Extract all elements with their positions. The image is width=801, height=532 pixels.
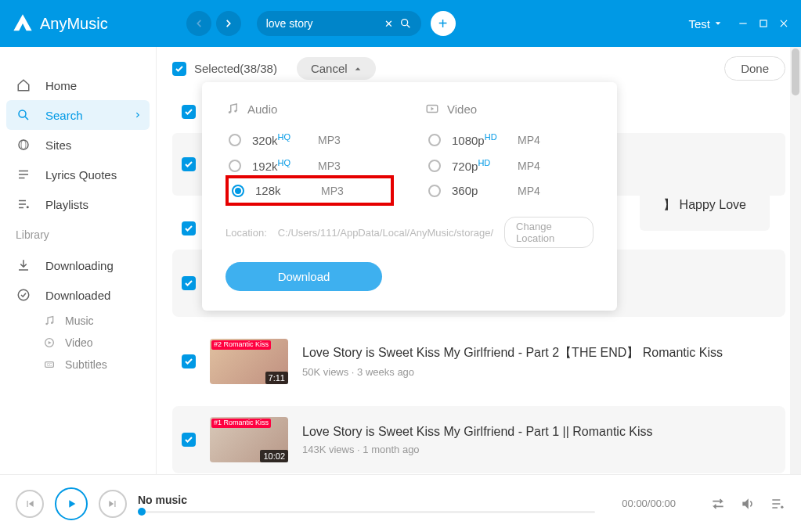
- sidebar-sub-video[interactable]: Video: [0, 332, 156, 354]
- download-button[interactable]: Download: [226, 262, 382, 291]
- radio-button[interactable]: [428, 160, 441, 172]
- video-option-1080p[interactable]: 1080pHD MP4: [425, 127, 594, 153]
- video-section-icon: [425, 102, 439, 116]
- sidebar-item-downloading[interactable]: Downloading: [0, 250, 156, 280]
- chevron-right-icon: [223, 18, 234, 29]
- sidebar-item-sites[interactable]: Sites: [0, 130, 156, 160]
- forward-button[interactable]: [216, 11, 241, 36]
- chevron-left-icon: [193, 18, 204, 29]
- video-option-360p[interactable]: 360p MP4: [425, 178, 594, 203]
- svg-point-10: [45, 323, 48, 325]
- video-section-header: Video: [425, 102, 594, 116]
- sidebar-sub-music[interactable]: Music: [0, 310, 156, 332]
- audio-section-header: Audio: [226, 102, 394, 116]
- play-button[interactable]: [55, 487, 88, 520]
- sidebar-item-search[interactable]: Search: [6, 100, 150, 130]
- player-bar: No music 00:00/00:00: [0, 474, 801, 532]
- radio-button[interactable]: [229, 160, 241, 172]
- clear-search-icon[interactable]: ✕: [384, 18, 393, 30]
- selected-count: Selected(38/38): [194, 62, 277, 75]
- title-bar: AnyMusic love story ✕ + Test: [0, 0, 801, 47]
- maximize-button[interactable]: [758, 18, 769, 29]
- music-icon: [43, 315, 56, 327]
- home-icon: [16, 78, 31, 92]
- done-button[interactable]: Done: [724, 56, 785, 81]
- item-checkbox[interactable]: [182, 221, 196, 235]
- radio-button[interactable]: [232, 185, 244, 197]
- test-dropdown[interactable]: Test: [688, 17, 722, 31]
- library-header: Library: [0, 219, 156, 250]
- chevron-up-icon: [354, 65, 362, 73]
- item-checkbox[interactable]: [182, 157, 196, 171]
- result-item[interactable]: #2 Romantic Kiss 7:11 Love Story is Swee…: [172, 328, 785, 395]
- result-title: Love Story is Sweet Kiss My Girlfriend -…: [302, 425, 776, 439]
- add-button[interactable]: +: [431, 11, 456, 36]
- radio-button[interactable]: [229, 134, 241, 146]
- sidebar: Home Search Sites Lyrics Quotes Playlist…: [0, 47, 157, 474]
- volume-icon[interactable]: [740, 496, 756, 512]
- player-time: 00:00/00:00: [622, 498, 676, 509]
- thumbnail: #1 Romantic Kiss 10:02: [210, 417, 288, 462]
- chevron-right-icon: [134, 111, 142, 119]
- video-option-720p[interactable]: 720pHD MP4: [425, 153, 594, 178]
- svg-point-11: [51, 322, 53, 324]
- chevron-down-icon: [714, 20, 722, 27]
- sidebar-item-lyrics[interactable]: Lyrics Quotes: [0, 160, 156, 189]
- location-path: C:/Users/111/AppData/Local/AnyMusic/stor…: [278, 227, 493, 239]
- logo-icon: [12, 13, 34, 34]
- svg-point-7: [21, 140, 26, 149]
- now-playing-title: No music: [138, 494, 595, 506]
- change-location-button[interactable]: Change Location: [504, 217, 594, 248]
- svg-rect-3: [760, 20, 767, 27]
- repeat-icon[interactable]: [710, 496, 726, 512]
- cancel-button[interactable]: Cancel: [297, 57, 376, 80]
- sidebar-sub-subtitles[interactable]: CC Subtitles: [0, 354, 156, 376]
- sidebar-item-playlists[interactable]: Playlists: [0, 189, 156, 219]
- select-all-checkbox[interactable]: [172, 62, 186, 76]
- prev-button[interactable]: [16, 490, 44, 518]
- lyrics-icon: [16, 167, 31, 182]
- search-input[interactable]: love story ✕: [257, 11, 421, 36]
- svg-line-1: [407, 25, 410, 27]
- sidebar-item-downloaded[interactable]: Downloaded: [0, 280, 156, 310]
- item-checkbox[interactable]: [182, 276, 196, 290]
- main-content: Selected(38/38) Cancel Done 】 Happy Love…: [157, 47, 801, 474]
- svg-text:CC: CC: [47, 363, 52, 367]
- radio-button[interactable]: [428, 185, 441, 197]
- svg-point-9: [18, 289, 29, 300]
- item-checkbox[interactable]: [182, 105, 196, 119]
- svg-point-0: [401, 20, 407, 26]
- search-nav-icon: [16, 108, 31, 122]
- thumbnail: #2 Romantic Kiss 7:11: [210, 339, 288, 384]
- scrollbar[interactable]: [790, 47, 801, 474]
- svg-point-8: [27, 206, 29, 208]
- next-button[interactable]: [99, 490, 127, 518]
- app-name: AnyMusic: [40, 15, 108, 33]
- scrollbar-thumb[interactable]: [792, 49, 799, 95]
- playlists-icon: [16, 197, 31, 211]
- close-button[interactable]: [778, 18, 789, 29]
- location-label: Location:: [226, 227, 267, 239]
- seek-handle[interactable]: [138, 508, 146, 516]
- svg-point-4: [19, 110, 26, 117]
- partial-result-title: 】 Happy Love: [640, 180, 770, 231]
- audio-option-128k[interactable]: 128k MP3: [226, 175, 394, 206]
- sidebar-item-home[interactable]: Home: [0, 70, 156, 100]
- search-query: love story: [266, 17, 313, 30]
- audio-option-320k[interactable]: 320kHQ MP3: [226, 127, 394, 153]
- back-button[interactable]: [186, 11, 211, 36]
- svg-point-18: [781, 505, 783, 508]
- radio-button[interactable]: [428, 134, 441, 146]
- audio-icon: [226, 102, 240, 116]
- subtitles-icon: CC: [43, 358, 56, 371]
- seek-bar[interactable]: [138, 511, 595, 513]
- result-meta: 50K views · 3 weeks ago: [302, 366, 776, 378]
- queue-icon[interactable]: [770, 496, 785, 512]
- item-checkbox[interactable]: [182, 433, 196, 447]
- item-checkbox[interactable]: [182, 354, 196, 368]
- search-icon[interactable]: [399, 17, 412, 30]
- minimize-button[interactable]: [738, 18, 749, 29]
- svg-point-6: [19, 140, 28, 149]
- downloaded-icon: [16, 288, 31, 302]
- result-item[interactable]: #1 Romantic Kiss 10:02 Love Story is Swe…: [172, 406, 785, 473]
